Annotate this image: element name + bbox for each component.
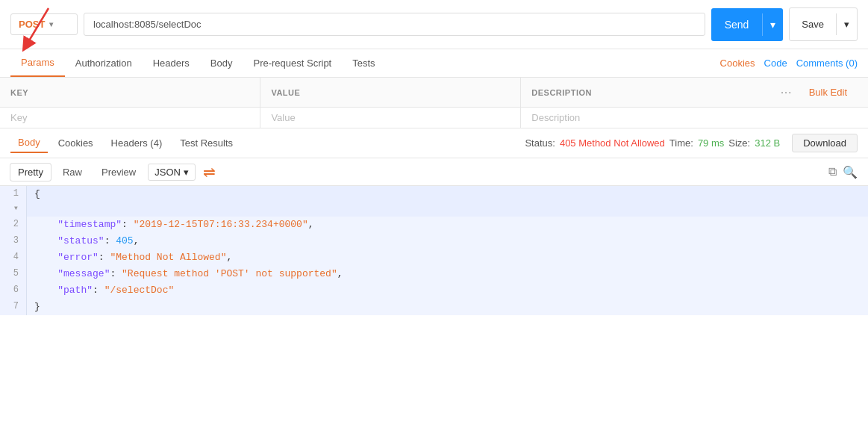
status-label: Status: [525, 137, 555, 149]
line-number-3: 3 [0, 233, 27, 249]
save-dropdown-icon[interactable]: ▾ [836, 13, 857, 35]
tab-prerequest[interactable]: Pre-request Script [243, 50, 342, 76]
url-input[interactable] [84, 13, 705, 36]
time-value: 79 ms [698, 137, 724, 149]
wrap-icon[interactable]: ⇌ [203, 163, 216, 181]
format-dropdown-icon: ▾ [184, 167, 189, 178]
col-header-value: VALUE [260, 78, 521, 108]
method-selector[interactable]: POST ▾ [10, 13, 78, 35]
resp-tab-testresults[interactable]: Test Results [172, 134, 240, 152]
search-icon: 🔍 [843, 166, 858, 179]
send-dropdown-icon[interactable]: ▾ [762, 13, 783, 36]
response-tabs: Body Cookies Headers (4) Test Results St… [0, 128, 868, 158]
code-line-5: 5 "message": "Request method 'POST' not … [0, 266, 868, 282]
method-label: POST [19, 19, 45, 30]
line-content-3: "status": 405, [27, 233, 139, 249]
copy-icon: ⧉ [828, 165, 837, 178]
param-placeholder-row: Key Value Description [0, 108, 868, 128]
line-number-7: 7 [0, 299, 27, 315]
request-tabs: Params Authorization Headers Body Pre-re… [0, 49, 868, 78]
send-button[interactable]: Send ▾ [711, 8, 784, 41]
comments-link[interactable]: Comments (0) [796, 58, 858, 69]
more-options-icon[interactable]: ··· [781, 88, 793, 97]
tab-headers[interactable]: Headers [143, 50, 200, 76]
download-button[interactable]: Download [792, 134, 858, 152]
resp-tab-body[interactable]: Body [10, 133, 48, 153]
resp-tab-cookies[interactable]: Cookies [51, 134, 101, 152]
resp-tab-headers[interactable]: Headers (4) [104, 134, 170, 152]
tab-tests[interactable]: Tests [342, 50, 385, 76]
line-content-6: "path": "/selectDoc" [27, 282, 174, 299]
line-number-1: 1 ▾ [0, 186, 27, 217]
tab-params[interactable]: Params [10, 49, 65, 77]
line-content-2: "timestamp": "2019-12-15T07:16:33.234+00… [27, 217, 314, 233]
format-json-label: JSON [154, 167, 181, 178]
code-line-2: 2 "timestamp": "2019-12-15T07:16:33.234+… [0, 217, 868, 233]
code-line-3: 3 "status": 405, [0, 233, 868, 249]
code-line-7: 7 } [0, 299, 868, 315]
tab-body[interactable]: Body [200, 50, 243, 76]
method-chevron-icon: ▾ [49, 20, 53, 28]
format-pretty-btn[interactable]: Pretty [10, 164, 51, 181]
param-desc-input[interactable]: Description [521, 108, 868, 128]
code-line-6: 6 "path": "/selectDoc" [0, 282, 868, 299]
line-content-1: { [27, 186, 40, 217]
line-content-4: "error": "Method Not Allowed", [27, 249, 232, 266]
response-code-area: 1 ▾ { 2 "timestamp": "2019-12-15T07:16:3… [0, 186, 868, 315]
time-label: Time: [669, 137, 693, 149]
save-button-label: Save [790, 13, 836, 35]
code-toolbar-right: ⧉ 🔍 [828, 165, 858, 179]
line-number-4: 4 [0, 249, 27, 266]
format-json-select[interactable]: JSON ▾ [148, 164, 196, 181]
line-number-6: 6 [0, 282, 27, 299]
top-bar: POST ▾ Send ▾ Save ▾ [0, 0, 868, 49]
param-key-input[interactable]: Key [0, 108, 260, 128]
code-link[interactable]: Code [764, 58, 787, 69]
send-button-label: Send [711, 13, 763, 36]
param-value-input[interactable]: Value [260, 108, 521, 128]
params-table: KEY VALUE DESCRIPTION ··· Bulk Edit Key … [0, 78, 868, 128]
line-content-5: "message": "Request method 'POST' not su… [27, 266, 343, 282]
status-value: 405 Method Not Allowed [560, 137, 665, 149]
format-bar: Pretty Raw Preview JSON ▾ ⇌ ⧉ 🔍 [0, 158, 868, 186]
copy-button[interactable]: ⧉ [828, 165, 837, 179]
code-line-4: 4 "error": "Method Not Allowed", [0, 249, 868, 266]
col-header-key: KEY [0, 78, 260, 108]
size-label: Size: [728, 137, 750, 149]
line-content-7: } [27, 299, 40, 315]
save-button[interactable]: Save ▾ [789, 7, 858, 41]
line-number-2: 2 [0, 217, 27, 233]
code-line-1: 1 ▾ { [0, 186, 868, 217]
bulk-edit-button[interactable]: Bulk Edit [799, 82, 858, 102]
cookies-link[interactable]: Cookies [720, 58, 755, 69]
col-header-desc: DESCRIPTION ··· Bulk Edit [521, 78, 868, 108]
response-status-area: Status: 405 Method Not Allowed Time: 79 … [525, 134, 858, 152]
size-value: 312 B [755, 137, 780, 149]
line-number-5: 5 [0, 266, 27, 282]
tab-authorization[interactable]: Authorization [65, 50, 143, 76]
col-header-desc-label: DESCRIPTION [531, 88, 592, 97]
format-raw-btn[interactable]: Raw [55, 164, 90, 181]
search-button[interactable]: 🔍 [843, 165, 858, 179]
format-preview-btn[interactable]: Preview [94, 164, 143, 181]
